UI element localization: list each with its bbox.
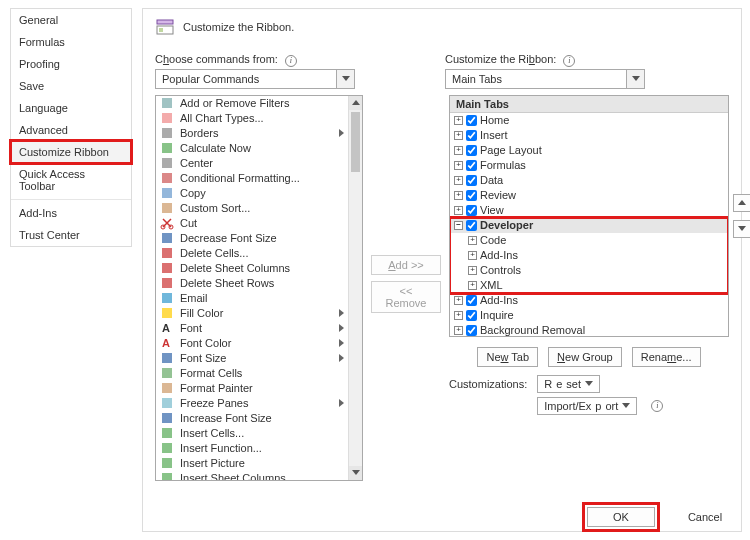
tab-checkbox[interactable] — [466, 205, 477, 216]
expand-icon[interactable]: + — [468, 266, 477, 275]
new-group-button[interactable]: New Group — [548, 347, 622, 367]
tree-node[interactable]: +Add-Ins — [450, 293, 728, 308]
customize-ribbon-dropdown[interactable]: Main Tabs — [445, 69, 645, 89]
remove-button[interactable]: << Remove — [371, 281, 441, 313]
tree-node[interactable]: +Review — [450, 188, 728, 203]
scroll-up-icon[interactable] — [349, 96, 362, 110]
command-item[interactable]: Format Painter — [156, 381, 348, 396]
sidebar-item-general[interactable]: General — [11, 9, 131, 31]
command-item[interactable]: Custom Sort... — [156, 201, 348, 216]
expand-icon[interactable]: + — [454, 311, 463, 320]
info-icon[interactable]: i — [285, 55, 297, 67]
collapse-icon[interactable]: − — [454, 221, 463, 230]
tab-checkbox[interactable] — [466, 160, 477, 171]
tree-node[interactable]: +Data — [450, 173, 728, 188]
reset-dropdown[interactable]: Reset — [537, 375, 600, 393]
command-item[interactable]: Insert Sheet Columns — [156, 471, 348, 480]
sidebar-item-save[interactable]: Save — [11, 75, 131, 97]
tab-checkbox[interactable] — [466, 295, 477, 306]
choose-commands-dropdown[interactable]: Popular Commands — [155, 69, 355, 89]
expand-icon[interactable]: + — [454, 131, 463, 140]
commands-listbox[interactable]: Add or Remove FiltersAll Chart Types...B… — [155, 95, 363, 481]
new-tab-button[interactable]: New Tab — [477, 347, 538, 367]
command-item[interactable]: Insert Function... — [156, 441, 348, 456]
tab-checkbox[interactable] — [466, 115, 477, 126]
expand-icon[interactable]: + — [468, 236, 477, 245]
command-item[interactable]: Cut — [156, 216, 348, 231]
move-up-button[interactable] — [733, 194, 750, 212]
sidebar-item-formulas[interactable]: Formulas — [11, 31, 131, 53]
ok-button[interactable]: OK — [587, 507, 655, 527]
tree-node[interactable]: +Home — [450, 113, 728, 128]
sidebar-item-advanced[interactable]: Advanced — [11, 119, 131, 141]
command-item[interactable]: Center — [156, 156, 348, 171]
sidebar-item-trust-center[interactable]: Trust Center — [11, 224, 131, 246]
command-item[interactable]: Email — [156, 291, 348, 306]
command-item[interactable]: Fill Color — [156, 306, 348, 321]
tree-node[interactable]: −Developer — [450, 218, 728, 233]
expand-icon[interactable]: + — [454, 191, 463, 200]
expand-icon[interactable]: + — [468, 281, 477, 290]
command-item[interactable]: Font Size — [156, 351, 348, 366]
command-item[interactable]: Delete Sheet Columns — [156, 261, 348, 276]
tree-node[interactable]: +View — [450, 203, 728, 218]
scrollbar[interactable] — [348, 96, 362, 480]
command-item[interactable]: Decrease Font Size — [156, 231, 348, 246]
command-item[interactable]: Increase Font Size — [156, 411, 348, 426]
tab-checkbox[interactable] — [466, 130, 477, 141]
import-export-dropdown[interactable]: Import/Export — [537, 397, 637, 415]
scroll-thumb[interactable] — [351, 112, 360, 172]
expand-icon[interactable]: + — [454, 296, 463, 305]
command-item[interactable]: All Chart Types... — [156, 111, 348, 126]
sidebar-item-customize-ribbon[interactable]: Customize Ribbon — [11, 141, 131, 163]
info-icon[interactable]: i — [651, 400, 663, 412]
expand-icon[interactable]: + — [454, 116, 463, 125]
tab-checkbox[interactable] — [466, 175, 477, 186]
rename-button[interactable]: Rename... — [632, 347, 701, 367]
tab-checkbox[interactable] — [466, 220, 477, 231]
tab-checkbox[interactable] — [466, 190, 477, 201]
sidebar-item-quick-access[interactable]: Quick Access Toolbar — [11, 163, 131, 197]
command-item[interactable]: Add or Remove Filters — [156, 96, 348, 111]
expand-icon[interactable]: + — [454, 161, 463, 170]
expand-icon[interactable]: + — [454, 206, 463, 215]
sidebar-item-proofing[interactable]: Proofing — [11, 53, 131, 75]
tree-node[interactable]: +Inquire — [450, 308, 728, 323]
sidebar-item-language[interactable]: Language — [11, 97, 131, 119]
move-down-button[interactable] — [733, 220, 750, 238]
command-item[interactable]: Insert Picture — [156, 456, 348, 471]
sidebar-item-addins[interactable]: Add-Ins — [11, 202, 131, 224]
command-item[interactable]: Conditional Formatting... — [156, 171, 348, 186]
chevron-down-icon[interactable] — [336, 70, 354, 88]
tree-node[interactable]: +Code — [450, 233, 728, 248]
command-item[interactable]: Insert Cells... — [156, 426, 348, 441]
tree-node[interactable]: +Insert — [450, 128, 728, 143]
command-item[interactable]: Freeze Panes — [156, 396, 348, 411]
ribbon-tree[interactable]: Main Tabs +Home+Insert+Page Layout+Formu… — [449, 95, 729, 337]
command-item[interactable]: AFont Color — [156, 336, 348, 351]
command-item[interactable]: Borders — [156, 126, 348, 141]
command-item[interactable]: Format Cells — [156, 366, 348, 381]
chevron-down-icon[interactable] — [626, 70, 644, 88]
tree-node[interactable]: +Formulas — [450, 158, 728, 173]
tree-node[interactable]: +Controls — [450, 263, 728, 278]
command-item[interactable]: Delete Sheet Rows — [156, 276, 348, 291]
expand-icon[interactable]: + — [454, 146, 463, 155]
add-button[interactable]: Add >> — [371, 255, 441, 275]
cancel-button[interactable]: Cancel — [671, 508, 739, 526]
command-item[interactable]: Calculate Now — [156, 141, 348, 156]
command-item[interactable]: Copy — [156, 186, 348, 201]
tab-checkbox[interactable] — [466, 310, 477, 321]
tree-node[interactable]: +XML — [450, 278, 728, 293]
expand-icon[interactable]: + — [454, 326, 463, 335]
scroll-down-icon[interactable] — [349, 466, 362, 480]
command-item[interactable]: Delete Cells... — [156, 246, 348, 261]
tree-node[interactable]: +Background Removal — [450, 323, 728, 337]
tree-node[interactable]: +Add-Ins — [450, 248, 728, 263]
expand-icon[interactable]: + — [468, 251, 477, 260]
tab-checkbox[interactable] — [466, 145, 477, 156]
tree-node[interactable]: +Page Layout — [450, 143, 728, 158]
command-item[interactable]: AFont — [156, 321, 348, 336]
expand-icon[interactable]: + — [454, 176, 463, 185]
info-icon[interactable]: i — [563, 55, 575, 67]
